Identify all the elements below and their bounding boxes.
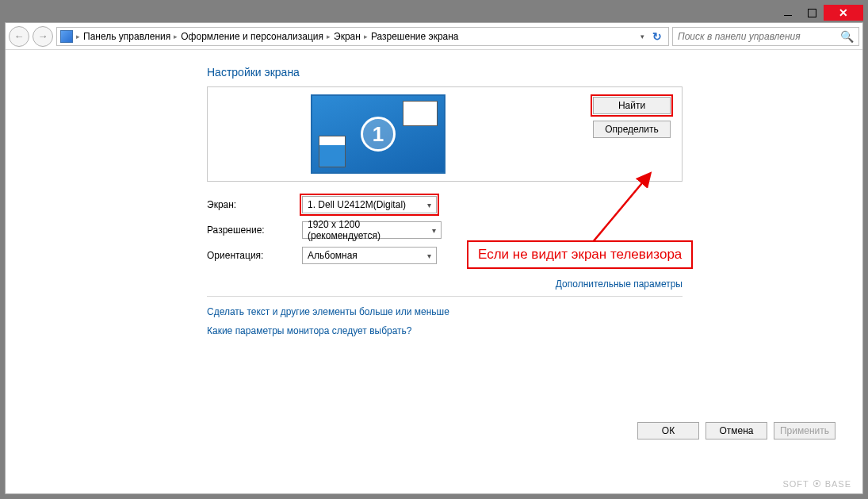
window-frame: ✕ ← → ▸ Панель управления ▸ Оформление и… (0, 0, 868, 499)
find-button[interactable]: Найти (593, 97, 671, 114)
orientation-label: Ориентация: (207, 250, 302, 261)
chevron-down-icon[interactable]: ▾ (640, 33, 644, 40)
screen-select[interactable]: 1. Dell U2412M(Digital) (302, 196, 437, 213)
maximize-button[interactable] (800, 5, 824, 21)
page-title: Настройки экрана (207, 66, 683, 79)
resolution-select[interactable]: 1920 x 1200 (рекомендуется) (302, 221, 442, 239)
search-box[interactable]: 🔍 (672, 27, 859, 46)
dialog-buttons: ОК Отмена Применить (637, 422, 835, 440)
divider (207, 296, 683, 297)
breadcrumb-item[interactable]: Экран (334, 31, 361, 42)
control-panel-icon (60, 30, 73, 43)
screen-label: Экран: (207, 199, 302, 210)
preview-window-icon (319, 136, 346, 167)
monitor-help-link[interactable]: Какие параметры монитора следует выбрать… (207, 325, 683, 336)
watermark: SOFT ⦿ BASE (782, 479, 851, 489)
breadcrumb-item[interactable]: Разрешение экрана (371, 31, 459, 42)
resolution-value: 1920 x 1200 (рекомендуется) (308, 219, 425, 241)
address-bar[interactable]: ▸ Панель управления ▸ Оформление и персо… (56, 27, 669, 46)
nav-forward-button[interactable]: → (33, 26, 53, 47)
monitor-number: 1 (361, 117, 396, 152)
orientation-value: Альбомная (308, 250, 358, 261)
search-input[interactable] (678, 31, 840, 42)
close-button[interactable]: ✕ (824, 5, 863, 21)
orientation-select[interactable]: Альбомная (302, 247, 437, 264)
nav-back-button[interactable]: ← (9, 26, 29, 47)
minimize-button[interactable] (776, 5, 800, 21)
titlebar: ✕ (5, 5, 863, 22)
screen-value: 1. Dell U2412M(Digital) (308, 199, 406, 210)
advanced-settings-link[interactable]: Дополнительные параметры (207, 278, 683, 290)
monitor-thumbnail[interactable]: 1 (311, 94, 445, 174)
ok-button[interactable]: ОК (637, 422, 699, 440)
chevron-right-icon: ▸ (364, 33, 368, 40)
chevron-right-icon: ▸ (76, 33, 80, 40)
detect-button[interactable]: Определить (593, 121, 671, 138)
search-icon[interactable]: 🔍 (840, 30, 854, 43)
navbar: ← → ▸ Панель управления ▸ Оформление и п… (6, 23, 862, 50)
annotation-callout: Если не видит экран телевизора (467, 240, 693, 269)
chevron-right-icon: ▸ (174, 33, 178, 40)
chevron-right-icon: ▸ (327, 33, 331, 40)
resolution-label: Разрешение: (207, 225, 302, 236)
text-size-link[interactable]: Сделать текст и другие элементы больше и… (207, 306, 683, 317)
inner-window: ← → ▸ Панель управления ▸ Оформление и п… (5, 22, 863, 494)
breadcrumb-item[interactable]: Панель управления (83, 31, 170, 42)
display-preview-pane: 1 Найти Определить (207, 86, 683, 182)
content-area: Настройки экрана 1 Найти Определить Экра… (6, 50, 862, 493)
apply-button[interactable]: Применить (774, 422, 835, 440)
cancel-button[interactable]: Отмена (705, 422, 767, 440)
breadcrumb-item[interactable]: Оформление и персонализация (181, 31, 323, 42)
preview-window-icon (403, 101, 438, 126)
refresh-icon[interactable]: ↻ (649, 30, 665, 43)
